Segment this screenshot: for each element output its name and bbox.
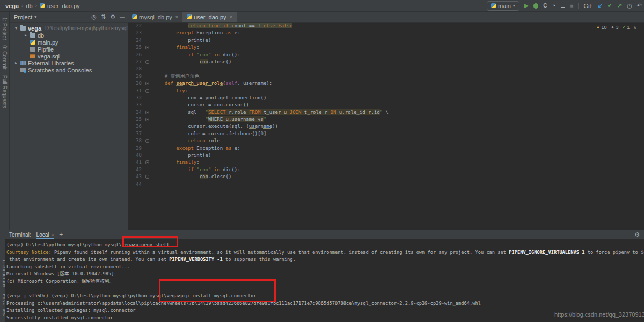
locate-icon[interactable]	[91, 14, 97, 20]
fold-icon[interactable]: −	[145, 60, 149, 64]
tree-item-label: vega.sql	[38, 53, 60, 60]
fold-icon[interactable]: −	[145, 118, 149, 121]
tree-item-vega[interactable]: ▾vegaD:\test\python-mysql\python-mysql\v…	[10, 25, 128, 32]
fold-column: −	[144, 173, 151, 180]
fold-column	[144, 181, 151, 188]
profiler-icon[interactable]	[552, 3, 555, 9]
tree-chevron-icon[interactable]: ▸	[14, 61, 18, 65]
code-line: 23 except Exception as e:	[128, 30, 644, 36]
tree-item-scratches-and-consoles[interactable]: Scratches and Consoles	[10, 67, 128, 74]
tab-label: mysql_db.py	[139, 14, 172, 20]
fold-icon[interactable]: −	[145, 160, 149, 164]
rollback-icon[interactable]	[637, 3, 642, 9]
python-file-icon	[40, 3, 45, 8]
terminal-line: Installing collected packages: mysql.con…	[6, 307, 644, 314]
breadcrumb-item[interactable]: user_dao.py	[47, 3, 80, 9]
collapse-icon[interactable]	[101, 14, 106, 20]
fold-column	[144, 152, 151, 159]
commit-icon[interactable]	[608, 3, 612, 9]
fold-column	[144, 130, 151, 137]
close-icon[interactable]: ×	[175, 14, 178, 20]
fold-icon[interactable]: −	[145, 46, 149, 49]
new-terminal-button[interactable]: +	[59, 231, 63, 238]
libs-file-icon	[20, 61, 26, 65]
fold-column	[144, 166, 151, 173]
terminal-title: Terminal:	[9, 232, 31, 238]
toolbar-separator	[578, 3, 579, 9]
line-number: 35	[128, 116, 144, 123]
line-number: 36	[128, 123, 144, 130]
update-icon[interactable]	[598, 3, 603, 9]
tree-item-main-py[interactable]: main.py	[10, 39, 128, 46]
close-icon[interactable]: ×	[230, 14, 232, 20]
editor-tab-user_dao-py[interactable]: user_dao.py×	[182, 12, 237, 22]
code-text: print(e)	[151, 152, 211, 159]
code-text: sql = "SELECT r.role FROM t_user u JOIN …	[151, 109, 389, 116]
run-configuration-selector[interactable]: main ▾	[487, 1, 519, 11]
fold-icon[interactable]: −	[145, 175, 149, 179]
line-number: 32	[128, 94, 144, 101]
editor-tab-bar: mysql_db.py×user_dao.py×	[128, 12, 644, 23]
code-editor[interactable]: 22 return True if count == 1 else False2…	[128, 23, 644, 230]
analysis-indicator: ✔1	[622, 25, 630, 30]
push-icon[interactable]	[617, 3, 622, 9]
code-line: 42 if "con" in dir():	[128, 166, 644, 173]
tree-item-db[interactable]: ▸db	[10, 32, 128, 39]
line-number: 40	[128, 152, 144, 159]
pipfile-file-icon	[30, 47, 35, 52]
fold-column	[144, 52, 151, 58]
code-line: 24 print(e)	[128, 37, 644, 44]
tree-chevron-icon[interactable]: ▸	[24, 33, 28, 38]
fold-icon[interactable]: −	[145, 111, 149, 114]
tab-label: user_dao.py	[194, 14, 226, 20]
fold-icon[interactable]: −	[145, 139, 149, 143]
code-line: 30− def search_user_role(self, username)…	[128, 80, 644, 87]
close-icon[interactable]: ×	[51, 232, 54, 237]
terminal-settings-icon[interactable]	[634, 232, 640, 238]
tool-window-button[interactable]: Pull Requests	[2, 75, 8, 108]
tree-item-label: main.py	[38, 39, 58, 46]
project-panel-title[interactable]: Project ▾	[14, 14, 36, 20]
fold-column: −	[144, 80, 151, 87]
hide-icon[interactable]	[120, 14, 125, 20]
fold-icon[interactable]: −	[145, 82, 149, 85]
terminal-output[interactable]: (vega) D:\test\python-mysql\python-mysql…	[5, 239, 644, 322]
debug-icon[interactable]	[533, 3, 538, 9]
code-line: 27− con.close()	[128, 58, 644, 65]
code-text: def search_user_role(self, username):	[151, 80, 272, 87]
terminal-line: (vega) D:\test\python-mysql\python-mysql…	[6, 241, 644, 249]
line-number: 34	[128, 109, 144, 116]
code-text	[151, 181, 153, 188]
code-line: 38− return role	[128, 137, 644, 144]
text-caret	[153, 181, 153, 186]
line-number: 39	[128, 145, 144, 152]
stop-icon[interactable]	[570, 3, 573, 9]
editor-tab-mysql_db-py[interactable]: mysql_db.py×	[128, 12, 182, 22]
breadcrumb-item[interactable]: db	[26, 3, 32, 9]
fold-column	[144, 123, 151, 130]
code-text: role = cursor.fetchone()[0]	[151, 130, 266, 137]
tool-window-button[interactable]: 0: Commit	[2, 45, 8, 70]
chevron-up-icon[interactable]: ∧	[633, 25, 636, 30]
tool-window-button[interactable]: 1: Project	[2, 17, 8, 40]
fold-column	[144, 94, 151, 101]
analysis-indicator: ▲10	[596, 25, 607, 30]
tree-item-vega-sql[interactable]: vega.sql	[10, 53, 128, 60]
run-icon[interactable]	[524, 3, 529, 9]
tree-chevron-icon[interactable]: ▾	[14, 26, 18, 31]
fold-column: −	[144, 137, 151, 144]
line-number: 27	[128, 58, 144, 65]
breadcrumb-separator: ›	[35, 3, 37, 9]
services-icon[interactable]	[560, 3, 565, 9]
terminal-tab-local[interactable]: Local ×	[36, 230, 54, 239]
code-analysis-widget[interactable]: ▲10▲3✔1∧	[596, 25, 636, 30]
tree-item-pipfile[interactable]: Pipfile	[10, 46, 128, 53]
tree-item-external-libraries[interactable]: ▸External Libraries	[10, 60, 128, 67]
breadcrumb-item[interactable]: vega	[5, 3, 19, 9]
history-icon[interactable]	[627, 3, 632, 9]
code-line: 26 if "con" in dir():	[128, 52, 644, 58]
line-number: 29	[128, 73, 144, 80]
coverage-icon[interactable]	[543, 3, 547, 9]
fold-icon[interactable]: −	[145, 89, 149, 93]
settings-icon[interactable]	[110, 14, 115, 20]
